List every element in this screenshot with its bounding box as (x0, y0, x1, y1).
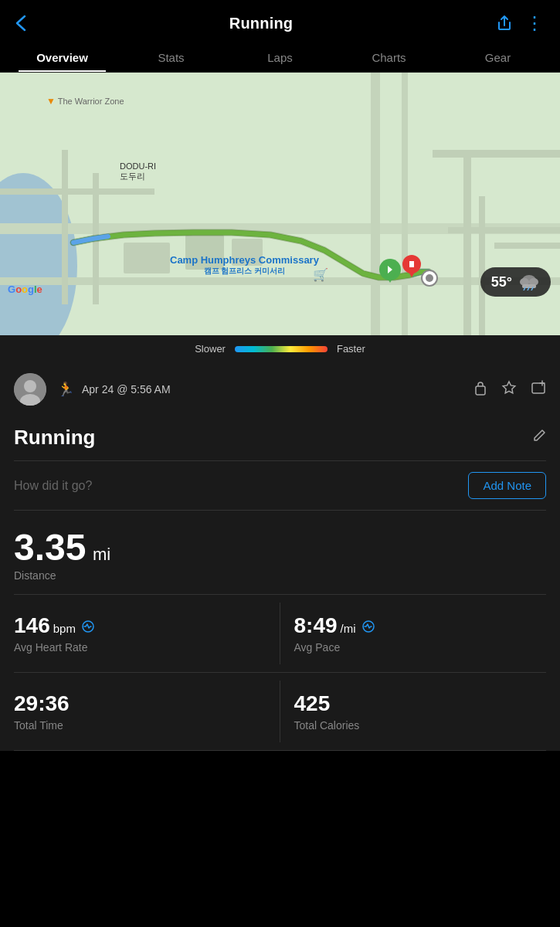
temperature: 55° (491, 274, 512, 290)
svg-rect-5 (402, 73, 408, 335)
edit-button[interactable] (532, 429, 546, 447)
tab-stats[interactable]: Stats (117, 43, 226, 72)
distance-value: 3.35 (14, 527, 86, 568)
stats-section: Running How did it go? Add Note 3.35 mi … (0, 413, 560, 751)
pace-gradient-bar (235, 346, 328, 352)
activity-info-bar: 🏃 Apr 24 @ 5:56 AM (0, 362, 560, 413)
pace-legend: Slower Faster (0, 335, 560, 362)
end-pin (402, 254, 422, 282)
faster-label: Faster (337, 343, 365, 355)
note-placeholder: How did it go? (14, 479, 92, 493)
header-right: ⋮ (496, 12, 545, 34)
activity-title: Running (14, 426, 95, 450)
svg-rect-12 (62, 150, 68, 304)
distance-stat: 3.35 mi Distance (14, 515, 546, 586)
share-button[interactable] (496, 15, 513, 32)
avg-pace-label: Avg Pace (294, 641, 547, 654)
activity-title-row: Running (14, 413, 546, 460)
svg-rect-4 (371, 73, 380, 335)
tab-laps[interactable]: Laps (226, 43, 334, 72)
svg-rect-35 (476, 386, 485, 395)
divider-1 (14, 594, 546, 595)
svg-point-33 (24, 380, 36, 392)
add-media-icon[interactable] (531, 380, 546, 399)
page-title: Running (229, 15, 293, 32)
total-calories-label: Total Calories (294, 719, 547, 732)
svg-rect-10 (494, 243, 560, 249)
map-label-doduri: DODU-RI 도두리 (120, 161, 156, 182)
tab-bar: Overview Stats Laps Charts Gear (0, 43, 560, 73)
pace-icon (362, 620, 375, 635)
divider-2 (14, 672, 546, 673)
current-position (421, 270, 438, 290)
total-time-label: Total Time (14, 719, 266, 732)
map-background: ▼ The Warrior Zone DODU-RI 도두리 Camp Hump… (0, 73, 560, 335)
tab-overview[interactable]: Overview (8, 43, 117, 72)
distance-unit: mi (93, 545, 110, 564)
svg-rect-14 (124, 243, 170, 273)
avatar (14, 373, 46, 406)
svg-rect-9 (479, 196, 485, 335)
svg-rect-0 (0, 73, 560, 335)
tab-charts[interactable]: Charts (334, 43, 443, 72)
avg-pace-stat: 8:49 /mi Avg Pace (280, 603, 547, 664)
total-time-value: 29:36 (14, 691, 266, 716)
activity-meta: 🏃 Apr 24 @ 5:56 AM (57, 380, 546, 399)
add-note-button[interactable]: Add Note (468, 472, 546, 499)
map-label-warrior-zone: ▼ The Warrior Zone (46, 96, 124, 107)
total-calories-value: 425 (294, 691, 547, 716)
hr-pace-row: 146 bpm Avg Heart Rate 8:49 /mi (14, 603, 546, 664)
more-menu-button[interactable]: ⋮ (525, 12, 545, 34)
svg-rect-22 (409, 261, 414, 267)
svg-rect-11 (0, 188, 154, 195)
avg-hr-label: Avg Heart Rate (14, 641, 266, 654)
google-logo: Google (8, 284, 42, 295)
lock-icon[interactable] (473, 380, 487, 399)
time-calories-row: 29:36 Total Time 425 Total Calories (14, 681, 546, 742)
weather-badge: 55° (480, 267, 551, 297)
tab-gear[interactable]: Gear (443, 43, 552, 72)
total-time-stat: 29:36 Total Time (14, 681, 280, 742)
svg-point-24 (426, 274, 433, 282)
map-commissary-icon: 🛒 (313, 267, 328, 282)
divider-3 (14, 750, 546, 751)
avg-hr-stat: 146 bpm Avg Heart Rate (14, 603, 280, 664)
slower-label: Slower (195, 343, 226, 355)
svg-marker-21 (406, 268, 417, 277)
note-row: How did it go? Add Note (14, 460, 546, 511)
map-view[interactable]: ▼ The Warrior Zone DODU-RI 도두리 Camp Hump… (0, 73, 560, 335)
distance-label: Distance (14, 569, 546, 582)
total-calories-stat: 425 Total Calories (280, 681, 547, 742)
avg-hr-value-row: 146 bpm (14, 613, 266, 638)
star-icon[interactable] (501, 380, 517, 399)
svg-rect-6 (433, 150, 560, 158)
running-icon: 🏃 (57, 381, 74, 398)
activity-date: Apr 24 @ 5:56 AM (82, 383, 171, 396)
svg-rect-8 (448, 227, 560, 233)
start-pin (378, 258, 402, 289)
svg-rect-3 (0, 277, 560, 285)
map-label-camp-humphreys: Camp Humphreys Commissary 캠프 험프리스 커미서리 (170, 254, 319, 277)
back-button[interactable] (15, 15, 26, 32)
action-icons (473, 380, 546, 399)
weather-icon (518, 273, 540, 290)
header-left (15, 15, 26, 32)
header: Running ⋮ (0, 0, 560, 43)
avg-pace-value-row: 8:49 /mi (294, 613, 547, 638)
svg-rect-7 (463, 158, 471, 335)
heart-rate-icon (82, 620, 94, 635)
